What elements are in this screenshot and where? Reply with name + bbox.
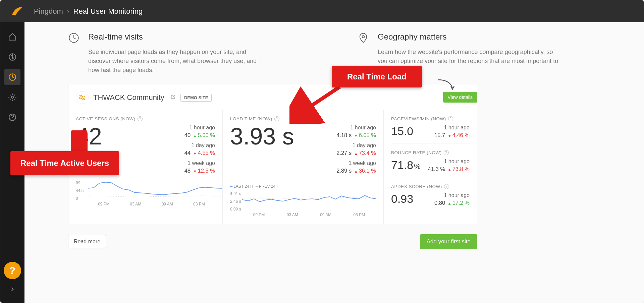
up-triangle-icon: ▲ — [354, 152, 358, 156]
load-time-label: LOAD TIME (NOW) — [230, 116, 272, 121]
nav-settings[interactable] — [4, 89, 20, 105]
sidebar-expand-icon[interactable] — [6, 283, 19, 296]
site-name[interactable]: THWACK Community — [93, 93, 164, 102]
demo-badge: DEMO SITE — [180, 94, 212, 102]
legend-prev-icon: ━ — [256, 184, 258, 189]
info-icon[interactable]: ? — [444, 184, 449, 189]
callout-load-time: Real Time Load — [332, 66, 422, 87]
svg-point-5 — [362, 36, 365, 38]
nav-rum[interactable] — [4, 69, 20, 85]
info-icon[interactable]: ? — [138, 116, 143, 121]
bounce-rate-value: 71.8% — [391, 159, 421, 172]
active-sessions-chart: 8944.50 09 PM03 AM09 AM03 PM — [76, 181, 215, 207]
arrow-icon — [289, 83, 343, 124]
clock-icon — [68, 32, 82, 46]
nav-home[interactable] — [4, 29, 20, 45]
info-icon[interactable]: ? — [448, 116, 453, 121]
svg-point-2 — [11, 96, 14, 99]
active-sessions-label: ACTIVE SESSIONS (NOW) — [76, 116, 136, 121]
view-details-button[interactable]: View details — [443, 92, 477, 103]
site-panel: THWACK Community DEMO SITE View details … — [68, 85, 477, 224]
nav-help[interactable] — [4, 109, 20, 125]
load-time-chart: 4.91 s2.46 s0.00 s 09 PM03 AM09 AM03 PM — [230, 191, 376, 218]
down-triangle-icon: ▼ — [193, 169, 197, 173]
bounce-rate-label: BOUNCE RATE (NOW) — [391, 150, 442, 155]
topbar: Pingdom › Real User Monitoring — [0, 0, 644, 22]
nav-transactions[interactable] — [4, 49, 20, 65]
info-icon[interactable]: ? — [274, 116, 279, 121]
up-triangle-icon: ▲ — [193, 134, 197, 138]
up-triangle-icon: ▲ — [354, 169, 358, 173]
pageviews-label: PAGEVIEWS/MIN (NOW) — [391, 116, 446, 121]
breadcrumb-parent[interactable]: Pingdom — [34, 7, 63, 16]
external-link-icon[interactable] — [170, 94, 176, 101]
breadcrumb-current: Real User Monitoring — [73, 7, 143, 16]
down-triangle-icon: ▼ — [193, 152, 197, 156]
intro-geo-title: Geography matters — [378, 32, 559, 42]
pageviews-value: 15.0 — [391, 125, 413, 138]
load-time-value: 3.93 s — [230, 125, 294, 178]
intro-realtime-desc: See individual page loads as they happen… — [88, 48, 269, 75]
apdex-value: 0.93 — [391, 192, 413, 205]
solarwinds-logo-icon — [10, 5, 24, 18]
apdex-label: APDEX SCORE (NOW) — [391, 184, 442, 189]
arrow-curve-icon — [436, 78, 457, 92]
map-pin-icon — [358, 32, 371, 46]
help-fab-icon[interactable]: ? — [4, 262, 21, 279]
down-triangle-icon: ▼ — [448, 134, 451, 138]
down-triangle-icon: ▼ — [354, 134, 358, 138]
chevron-right-icon: › — [67, 7, 69, 15]
site-favicon-icon — [76, 91, 89, 104]
read-more-button[interactable]: Read more — [68, 235, 106, 248]
up-triangle-icon: ▲ — [448, 201, 451, 205]
up-triangle-icon: ▲ — [448, 168, 451, 172]
legend-current-icon: ━ — [230, 184, 232, 189]
info-icon[interactable]: ? — [444, 150, 449, 155]
add-first-site-button[interactable]: Add your first site — [420, 234, 477, 249]
callout-active-users: Real Time Active Users — [10, 151, 119, 175]
intro-realtime-title: Real-time visits — [88, 32, 269, 42]
